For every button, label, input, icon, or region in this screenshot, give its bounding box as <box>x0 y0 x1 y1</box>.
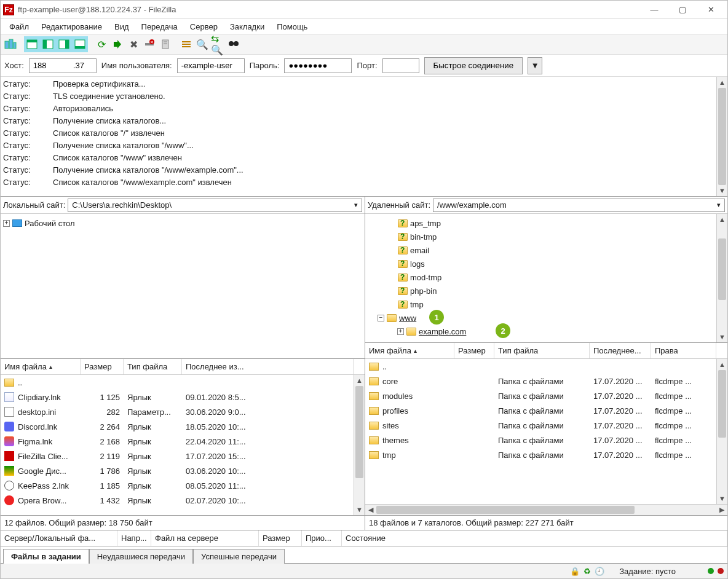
qcol-size[interactable]: Размер <box>259 530 302 546</box>
local-path-input[interactable]: C:\Users\a.rechkin\Desktop\ ▾ <box>68 199 362 212</box>
list-item[interactable]: Figma.lnk 2 168 Ярлык 22.04.2020 11:... <box>1 434 354 449</box>
tree-item[interactable]: bin-tmp <box>389 230 725 243</box>
reconnect-icon[interactable] <box>158 37 173 52</box>
tree-item[interactable]: logs <box>389 257 725 270</box>
col-perm[interactable]: Права <box>651 343 716 358</box>
tab-failed-transfers[interactable]: Неудавшиеся передачи <box>89 549 193 564</box>
lock-icon[interactable]: 🔒 <box>570 567 580 576</box>
toggle-local-tree-icon[interactable] <box>41 37 55 52</box>
queue-tabs: Файлы в задании Неудавшиеся передачи Усп… <box>1 546 727 564</box>
search-icon[interactable] <box>227 37 242 52</box>
tree-item-www[interactable]: −www1 <box>378 311 725 325</box>
log-msg: Получение списка каталогов "/www/example… <box>53 164 716 176</box>
cancel-icon[interactable]: ✖ <box>126 37 141 52</box>
log-row: Статус:TLS соединение установлено. <box>1 90 716 103</box>
toggle-log-icon[interactable] <box>25 37 39 52</box>
host-input[interactable] <box>29 58 97 73</box>
remote-path-input[interactable]: /www/example.com ▾ <box>433 199 725 212</box>
expand-icon[interactable]: + <box>3 220 10 227</box>
tree-item-desktop[interactable]: Рабочий стол <box>25 219 75 228</box>
col-type[interactable]: Тип файла <box>494 343 590 358</box>
list-item-up[interactable]: .. <box>1 375 354 390</box>
disconnect-icon[interactable]: ✕ <box>142 37 157 52</box>
local-list-scrollbar[interactable]: ▲ ▼ <box>354 375 365 515</box>
list-item[interactable]: FileZilla Clie... 2 119 Ярлык 17.07.2020… <box>1 449 354 463</box>
remote-tree-scrollbar[interactable]: ▲ ▼ <box>716 214 727 342</box>
list-item[interactable]: Opera Brow... 1 432 Ярлык 02.07.2020 10:… <box>1 493 354 508</box>
log-msg: Список каталогов "/www" извлечен <box>53 152 716 164</box>
menu-bookmarks[interactable]: Закладки <box>225 21 269 33</box>
qcol-direction[interactable]: Напр... <box>117 530 151 546</box>
password-input[interactable] <box>284 58 352 73</box>
list-item-up[interactable]: .. <box>365 359 716 374</box>
menu-transfer[interactable]: Передача <box>136 21 183 33</box>
list-item[interactable]: modules Папка с файлами 17.07.2020 ... f… <box>365 388 716 403</box>
clock-icon[interactable]: 🕘 <box>595 567 604 576</box>
username-input[interactable] <box>177 58 245 73</box>
toggle-queue-icon[interactable] <box>73 37 87 52</box>
minimize-button[interactable]: — <box>640 1 668 19</box>
quickconnect-button[interactable]: Быстрое соединение <box>424 57 523 74</box>
log-scrollbar[interactable]: ▲ ▼ <box>716 77 727 196</box>
col-size[interactable]: Размер <box>454 343 494 358</box>
tree-item[interactable]: tmp <box>389 297 725 311</box>
list-item[interactable]: Clipdiary.lnk 1 125 Ярлык 09.01.2020 8:5… <box>1 390 354 404</box>
list-item[interactable]: Google Дис... 1 786 Ярлык 03.06.2020 10:… <box>1 463 354 478</box>
menu-server[interactable]: Сервер <box>185 21 223 33</box>
list-item[interactable]: core Папка с файлами 17.07.2020 ... flcd… <box>365 374 716 388</box>
list-item[interactable]: tmp Папка с файлами 17.07.2020 ... flcdm… <box>365 447 716 462</box>
remote-list-scrollbar[interactable]: ▲ ▼ <box>716 359 727 504</box>
menu-help[interactable]: Помощь <box>272 21 312 33</box>
process-queue-icon[interactable] <box>110 37 125 52</box>
tree-item[interactable]: email <box>389 243 725 257</box>
list-item[interactable]: Discord.lnk 2 264 Ярлык 18.05.2020 10:..… <box>1 419 354 434</box>
tree-item-example[interactable]: +example.com2 <box>397 325 725 338</box>
maximize-button[interactable]: ▢ <box>668 1 697 19</box>
tree-item[interactable]: php-bin <box>389 284 725 297</box>
collapse-icon[interactable]: − <box>378 315 384 321</box>
remote-summary: 18 файлов и 7 каталогов. Общий размер: 2… <box>365 516 727 530</box>
local-site-label: Локальный сайт: <box>3 200 65 210</box>
window-title: ftp-example-user@188.120.224.37 - FileZi… <box>18 5 176 14</box>
site-manager-icon[interactable] <box>3 37 18 52</box>
list-item[interactable]: sites Папка с файлами 17.07.2020 ... flc… <box>365 418 716 433</box>
sync-browse-icon[interactable]: ⇆🔍 <box>211 37 226 52</box>
col-date[interactable]: Последнее... <box>590 343 651 358</box>
compare-icon[interactable]: 🔍 <box>195 37 210 52</box>
qcol-status[interactable]: Состояние <box>342 530 727 546</box>
toggle-remote-tree-icon[interactable] <box>57 37 71 52</box>
quickconnect-dropdown[interactable]: ▼ <box>528 57 542 74</box>
qcol-priority[interactable]: Прио... <box>302 530 342 546</box>
tree-item[interactable]: mod-tmp <box>389 270 725 284</box>
list-item[interactable]: desktop.ini 282 Параметр... 30.06.2020 9… <box>1 404 354 419</box>
local-tree[interactable]: + Рабочий стол <box>1 214 365 359</box>
remote-hscroll[interactable]: ◀ ▶ <box>365 504 727 515</box>
menu-edit[interactable]: Редактирование <box>36 21 107 33</box>
tree-item[interactable]: aps_tmp <box>389 216 725 230</box>
file-icon <box>4 436 14 446</box>
remote-tree[interactable]: aps_tmpbin-tmpemaillogsmod-tmpphp-bintmp… <box>365 214 727 343</box>
qcol-server[interactable]: Сервер/Локальный фа... <box>1 530 117 546</box>
list-item[interactable]: profiles Папка с файлами 17.07.2020 ... … <box>365 403 716 418</box>
col-size[interactable]: Размер <box>81 359 124 374</box>
col-type[interactable]: Тип файла <box>124 359 182 374</box>
tab-queued-files[interactable]: Файлы в задании <box>3 549 89 564</box>
folder-icon <box>369 363 379 371</box>
port-input[interactable] <box>382 58 419 73</box>
col-name[interactable]: Имя файла▴ <box>1 359 81 374</box>
menu-file[interactable]: Файл <box>4 21 34 33</box>
menu-view[interactable]: Вид <box>109 21 134 33</box>
log-key: Статус: <box>1 152 53 164</box>
recycle-icon[interactable]: ♻ <box>584 567 591 576</box>
list-item[interactable]: KeePass 2.lnk 1 185 Ярлык 08.05.2020 11:… <box>1 478 354 493</box>
list-item[interactable]: themes Папка с файлами 17.07.2020 ... fl… <box>365 433 716 447</box>
col-date[interactable]: Последнее из... <box>182 359 354 374</box>
refresh-icon[interactable]: ⟳ <box>94 37 109 52</box>
col-name[interactable]: Имя файла▴ <box>365 343 454 358</box>
port-label: Порт: <box>357 61 377 70</box>
tab-successful-transfers[interactable]: Успешные передачи <box>193 549 285 564</box>
expand-icon[interactable]: + <box>397 328 404 335</box>
qcol-remote-file[interactable]: Файл на сервере <box>151 530 259 546</box>
close-button[interactable]: ✕ <box>697 1 725 19</box>
filter-icon[interactable] <box>179 37 194 52</box>
